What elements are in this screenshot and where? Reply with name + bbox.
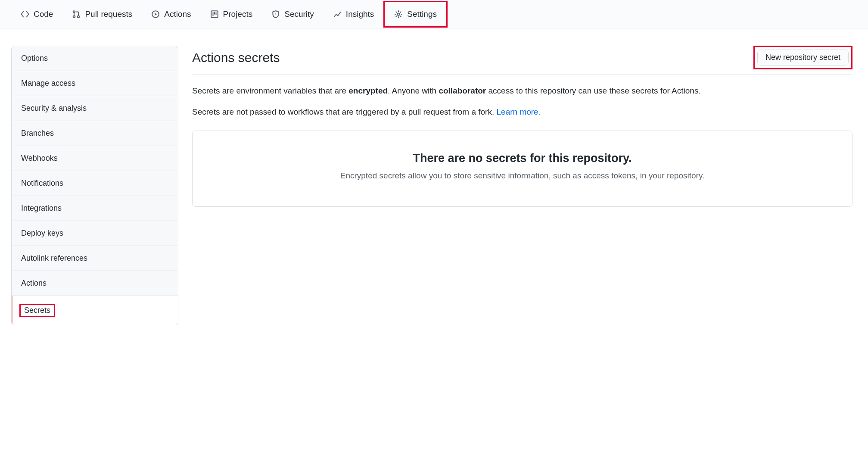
secrets-description-2: Secrets are not passed to workflows that… — [192, 106, 852, 118]
settings-sidebar: Options Manage access Security & analysi… — [11, 46, 178, 325]
secrets-main: Actions secrets New repository secret Se… — [192, 46, 857, 207]
code-icon — [21, 10, 29, 19]
secrets-header: Actions secrets New repository secret — [192, 46, 852, 75]
no-secrets-blankslate: There are no secrets for this repository… — [192, 131, 852, 207]
sidebar-item-label: Branches — [21, 129, 54, 137]
sidebar-item-label: Autolink references — [21, 254, 87, 262]
graph-icon — [333, 10, 342, 19]
sidebar-item-branches[interactable]: Branches — [12, 121, 178, 146]
sidebar-item-actions[interactable]: Actions — [12, 271, 178, 296]
text-fragment: . Anyone with — [388, 86, 439, 95]
tab-security[interactable]: Security — [262, 2, 324, 26]
tab-label: Settings — [407, 10, 437, 18]
sidebar-item-webhooks[interactable]: Webhooks — [12, 146, 178, 171]
sidebar-item-label: Manage access — [21, 79, 75, 87]
sidebar-item-label: Actions — [21, 279, 47, 287]
blankslate-subtitle: Encrypted secrets allow you to store sen… — [210, 171, 835, 181]
blankslate-title: There are no secrets for this repository… — [210, 152, 835, 165]
tab-code[interactable]: Code — [11, 2, 62, 26]
tab-label: Code — [34, 10, 53, 18]
tab-label: Insights — [346, 10, 374, 18]
tab-label: Projects — [223, 10, 253, 18]
new-secret-highlight: New repository secret — [753, 46, 852, 69]
sidebar-item-label: Integrations — [21, 204, 62, 212]
sidebar-item-secrets[interactable]: Secrets — [12, 296, 178, 325]
page-title: Actions secrets — [192, 50, 280, 65]
tab-projects[interactable]: Projects — [201, 2, 262, 26]
new-repository-secret-button[interactable]: New repository secret — [757, 50, 849, 65]
shield-icon — [271, 10, 280, 19]
tab-pull-requests[interactable]: Pull requests — [62, 2, 142, 26]
learn-more-link[interactable]: Learn more. — [497, 107, 541, 116]
sidebar-item-label: Secrets — [19, 304, 55, 317]
svg-point-6 — [398, 13, 400, 15]
text-bold: collaborator — [439, 86, 486, 95]
git-pull-request-icon — [72, 10, 81, 19]
sidebar-item-label: Security & analysis — [21, 104, 87, 112]
tab-label: Security — [284, 10, 314, 18]
sidebar-item-label: Options — [21, 54, 48, 62]
tab-actions[interactable]: Actions — [142, 2, 200, 26]
sidebar-item-label: Notifications — [21, 179, 63, 187]
sidebar-item-autolink-references[interactable]: Autolink references — [12, 246, 178, 271]
sidebar-item-options[interactable]: Options — [12, 46, 178, 71]
text-fragment: Secrets are environment variables that a… — [192, 86, 348, 95]
tab-label: Pull requests — [85, 10, 132, 18]
repo-tabs: Code Pull requests Actions Projects Secu… — [0, 0, 868, 28]
svg-point-5 — [275, 13, 276, 14]
secrets-description-1: Secrets are environment variables that a… — [192, 84, 852, 97]
project-icon — [210, 10, 219, 19]
sidebar-item-manage-access[interactable]: Manage access — [12, 71, 178, 96]
tab-insights[interactable]: Insights — [324, 2, 383, 26]
text-fragment: access to this repository can use these … — [486, 86, 700, 95]
tab-label: Actions — [164, 10, 191, 18]
sidebar-item-label: Webhooks — [21, 154, 58, 162]
tab-settings[interactable]: Settings — [383, 1, 448, 28]
settings-container: Options Manage access Security & analysi… — [0, 28, 868, 325]
sidebar-item-security-analysis[interactable]: Security & analysis — [12, 96, 178, 121]
sidebar-item-deploy-keys[interactable]: Deploy keys — [12, 221, 178, 246]
sidebar-item-integrations[interactable]: Integrations — [12, 196, 178, 221]
text-bold: encrypted — [348, 86, 388, 95]
gear-icon — [394, 10, 403, 19]
play-circle-icon — [151, 10, 160, 19]
sidebar-item-label: Deploy keys — [21, 229, 63, 237]
text-fragment: Secrets are not passed to workflows that… — [192, 107, 497, 116]
sidebar-item-notifications[interactable]: Notifications — [12, 171, 178, 196]
